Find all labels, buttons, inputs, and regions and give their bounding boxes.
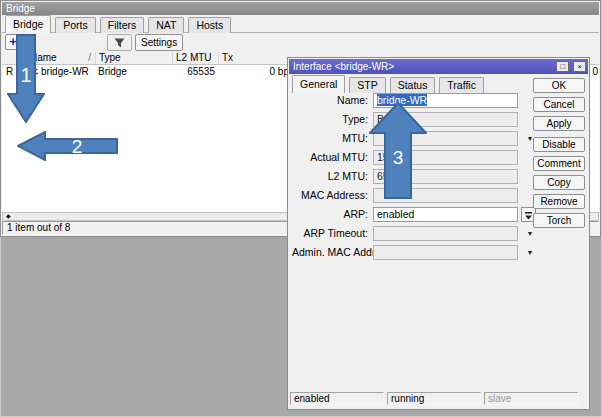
step-arrow-1: 1 xyxy=(7,34,45,124)
step-label-1: 1 xyxy=(20,64,31,86)
tab-ports[interactable]: Ports xyxy=(55,17,96,33)
torch-button[interactable]: Torch xyxy=(533,213,585,228)
column-header-l2mtu[interactable]: L2 MTU xyxy=(172,52,218,64)
arp-timeout-dropdown-button[interactable]: ▼ xyxy=(524,226,536,241)
disable-button[interactable]: Disable xyxy=(533,137,585,152)
chevron-down-icon: ▼ xyxy=(527,249,534,256)
tab-traffic[interactable]: Traffic xyxy=(439,77,484,93)
arp-timeout-field-label: ARP Timeout: xyxy=(292,226,368,241)
actual-mtu-field-label: Actual MTU: xyxy=(292,150,368,165)
close-icon: × xyxy=(577,62,582,71)
admin-mac-field-label: Admin. MAC Address: xyxy=(292,245,368,260)
cancel-button[interactable]: Cancel xyxy=(533,97,585,112)
column-header-type[interactable]: Type xyxy=(95,52,172,64)
admin-mac-field[interactable] xyxy=(373,245,518,260)
tab-nat[interactable]: NAT xyxy=(148,17,184,33)
remove-button[interactable]: Remove xyxy=(533,194,585,209)
arp-select[interactable]: enabled xyxy=(373,207,518,222)
l2-mtu-field-label: L2 MTU: xyxy=(292,169,368,184)
copy-button[interactable]: Copy xyxy=(533,175,585,190)
tab-general[interactable]: General xyxy=(292,75,345,93)
mac-address-field-label: MAC Address: xyxy=(292,188,368,203)
window-title: Bridge xyxy=(6,3,35,14)
mtu-field-label: MTU: xyxy=(292,131,368,146)
dialog-titlebar-buttons: □ × xyxy=(555,61,586,76)
tab-status[interactable]: Status xyxy=(390,77,436,93)
filter-button[interactable] xyxy=(107,34,132,51)
arp-timeout-field[interactable] xyxy=(373,226,518,241)
tab-bridge[interactable]: Bridge xyxy=(5,15,51,33)
admin-mac-dropdown-button[interactable]: ▼ xyxy=(524,245,536,260)
dropdown-default-icon xyxy=(525,212,532,220)
dialog-title: Interface <bridge-WR> xyxy=(293,61,394,72)
type-field-label: Type: xyxy=(292,112,368,127)
close-button[interactable]: × xyxy=(573,61,586,72)
filter-funnel-icon xyxy=(114,38,125,48)
tab-filters[interactable]: Filters xyxy=(100,17,145,33)
row-tx: 0 bps xyxy=(218,66,294,78)
tab-hosts[interactable]: Hosts xyxy=(188,17,231,33)
tab-stp[interactable]: STP xyxy=(349,77,385,93)
step-arrow-2: 2 xyxy=(17,131,118,161)
name-field-label: Name: xyxy=(292,93,368,108)
row-type: Bridge xyxy=(98,66,172,78)
row-l2mtu: 65535 xyxy=(172,66,215,78)
step-arrow-3: 3 xyxy=(369,102,427,199)
status-slave: slave xyxy=(484,392,578,405)
step-label-3: 3 xyxy=(393,147,404,168)
apply-button[interactable]: Apply xyxy=(533,116,585,131)
interface-dialog: Interface <bridge-WR> □ × General STP St… xyxy=(287,57,590,410)
sort-indicator-icon: / xyxy=(88,52,91,64)
arp-field-label: ARP: xyxy=(292,207,368,222)
status-enabled: enabled xyxy=(290,392,384,405)
status-running: running xyxy=(387,392,481,405)
window-titlebar[interactable]: Bridge xyxy=(2,2,599,15)
settings-button[interactable]: Settings xyxy=(135,34,183,51)
bridge-window-tabstrip: Bridge Ports Filters NAT Hosts xyxy=(2,15,599,33)
step-label-2: 2 xyxy=(72,136,83,157)
maximize-button[interactable]: □ xyxy=(556,61,569,72)
ok-button[interactable]: OK xyxy=(533,78,585,93)
chevron-down-icon: ▼ xyxy=(527,230,534,237)
dialog-tabstrip: General STP Status Traffic xyxy=(292,75,485,92)
scroll-handle-icon[interactable]: ◆ xyxy=(6,213,11,219)
dialog-titlebar[interactable]: Interface <bridge-WR> □ × xyxy=(289,59,588,74)
maximize-icon: □ xyxy=(560,62,565,71)
comment-button[interactable]: Comment xyxy=(533,156,585,171)
desktop-background: { "annotations": { "step1": "1", "step2"… xyxy=(0,0,602,417)
